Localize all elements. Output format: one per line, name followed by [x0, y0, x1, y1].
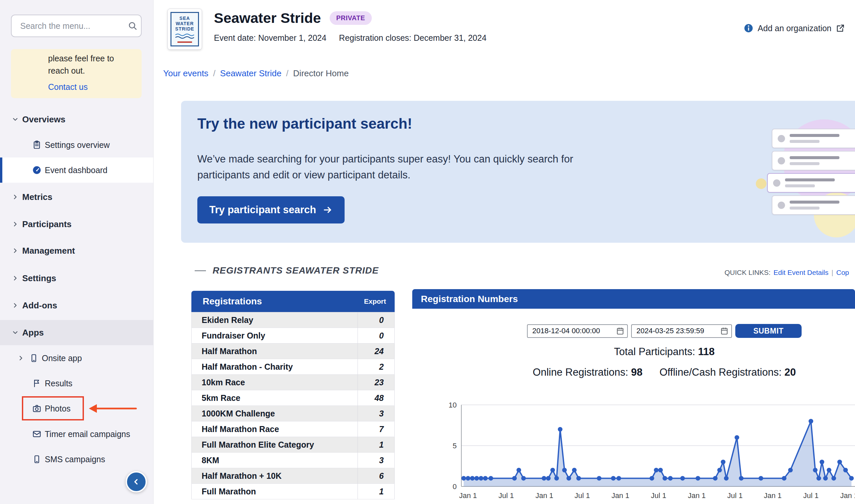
registration-label: Half Marathon Race: [192, 421, 358, 437]
cta-label: Try participant search: [209, 204, 316, 216]
sidebar-item-participants[interactable]: Participants: [0, 212, 153, 237]
dashboard-gauge-icon: [32, 165, 41, 175]
calendar-icon[interactable]: [616, 327, 624, 335]
contact-us-link[interactable]: Contact us: [48, 81, 88, 93]
event-logo-inner: SEA WATER STRIDE: [171, 12, 199, 47]
sidebar-item-settings-overview[interactable]: Settings overview: [0, 132, 153, 158]
table-row: Fundraiser Only0: [192, 328, 395, 343]
registration-label: Half Marathon + 10K: [192, 468, 358, 484]
edit-event-details-link[interactable]: Edit Event Details: [773, 269, 829, 276]
submit-button[interactable]: SUBMIT: [735, 324, 802, 338]
table-row: Half Marathon24: [192, 343, 395, 359]
copy-event-link[interactable]: Cop: [836, 269, 849, 276]
svg-text:10: 10: [449, 401, 457, 409]
svg-text:5: 5: [453, 442, 457, 450]
registration-label: Full Marathon: [192, 484, 358, 499]
breadcrumb-your-events[interactable]: Your events: [163, 68, 208, 78]
event-logo: SEA WATER STRIDE: [167, 8, 202, 50]
svg-text:Jul 1: Jul 1: [803, 491, 819, 500]
sidebar-item-event-dashboard[interactable]: Event dashboard: [0, 158, 153, 183]
sidebar-item-management[interactable]: Management: [0, 238, 153, 263]
search-icon: [128, 21, 138, 31]
svg-text:Jan 1: Jan 1: [459, 491, 477, 500]
registration-count: 2: [358, 359, 395, 375]
export-button[interactable]: Export: [364, 298, 386, 305]
envelope-icon: [32, 429, 41, 439]
search-input[interactable]: [12, 21, 128, 31]
event-meta-row: Event date: November 1, 2024 Registratio…: [214, 33, 486, 43]
chevron-right-icon: [12, 220, 19, 228]
svg-text:Jul 1: Jul 1: [498, 491, 514, 500]
chevron-right-icon: [17, 355, 24, 362]
sidebar-item-overviews[interactable]: Overviews: [0, 107, 153, 132]
info-icon: [744, 23, 753, 33]
sidebar-item-metrics[interactable]: Metrics: [0, 184, 153, 210]
sidebar-item-label: Photos: [45, 404, 71, 413]
event-title-row: Seawater Stride PRIVATE: [214, 10, 372, 26]
notice-text-line2: reach out.: [48, 65, 136, 77]
logo-text-line: SEA: [175, 16, 194, 21]
registration-label: Half Marathon - Charity: [192, 359, 358, 375]
sidebar-item-label: Event dashboard: [45, 165, 107, 175]
sidebar-item-label: Management: [22, 246, 75, 256]
date-from-input[interactable]: 2018-12-04 00:00:00: [527, 324, 628, 338]
svg-text:Jan 1: Jan 1: [611, 491, 629, 500]
calendar-icon[interactable]: [720, 327, 729, 335]
date-to-value: 2024-03-25 23:59:59: [637, 327, 704, 335]
table-row: Half Marathon Race7: [192, 421, 395, 437]
registration-count: 0: [358, 312, 395, 328]
table-row: Full Marathon1: [192, 484, 395, 499]
sidebar-item-timer-email-campaigns[interactable]: Timer email campaigns: [0, 421, 153, 447]
notice-text-line1: please feel free to: [48, 52, 136, 65]
registration-label: Ekiden Relay: [192, 312, 358, 328]
sidebar-item-onsite-app[interactable]: Onsite app: [0, 345, 153, 371]
svg-text:Jan 1: Jan 1: [764, 491, 782, 500]
sidebar-item-sms-campaigns[interactable]: SMS campaigns: [0, 447, 153, 472]
chevron-left-icon: [132, 478, 141, 486]
registration-closes-text: Registration closes: December 31, 2024: [339, 33, 486, 43]
quick-links: QUICK LINKS: Edit Event Details | Cop: [724, 269, 849, 276]
arrow-right-icon: [323, 205, 333, 215]
mobile-phone-icon: [32, 455, 41, 464]
registration-count: 1: [358, 437, 395, 453]
sidebar-item-photos[interactable]: Photos: [0, 396, 153, 421]
search-box: [11, 15, 142, 37]
section-title: REGISTRANTS SEAWATER STRIDE: [213, 265, 379, 276]
event-date-text: Event date: November 1, 2024: [214, 33, 326, 43]
svg-text:Jul 1: Jul 1: [574, 491, 590, 500]
registrants-section-heading: REGISTRANTS SEAWATER STRIDE: [195, 265, 379, 276]
sidebar-item-results[interactable]: Results: [0, 371, 153, 396]
registration-numbers-card: Registration Numbers 2018-12-04 00:00:00…: [412, 289, 855, 504]
registration-label: Fundraiser Only: [192, 328, 358, 343]
add-organization-button[interactable]: Add an organization: [744, 23, 845, 33]
registration-label: 10km Race: [192, 375, 358, 390]
date-to-input[interactable]: 2024-03-25 23:59:59: [631, 324, 732, 338]
breadcrumb: Your events / Seawater Stride / Director…: [163, 68, 349, 78]
date-range-controls: 2018-12-04 00:00:00 2024-03-25 23:59:59 …: [412, 324, 855, 338]
sidebar: please feel free to reach out. Contact u…: [0, 0, 154, 504]
registrations-title: Registrations: [203, 296, 262, 307]
registration-count: 1: [358, 484, 395, 499]
illustration-card: [767, 173, 855, 193]
total-participants: Total Participants: 118: [412, 346, 855, 358]
table-row: Full Marathon Elite Category1: [192, 437, 395, 453]
main-content: SEA WATER STRIDE Seawater Stride PRIVATE…: [153, 0, 855, 504]
sidebar-item-addons[interactable]: Add-ons: [0, 293, 153, 318]
heading-rule: [195, 270, 206, 271]
breadcrumb-event-name[interactable]: Seawater Stride: [220, 68, 282, 78]
privacy-badge: PRIVATE: [329, 11, 372, 25]
registrations-card: Registrations Export Ekiden Relay0 Fundr…: [191, 291, 395, 499]
try-participant-search-button[interactable]: Try participant search: [197, 196, 344, 223]
registration-label: 8KM: [192, 453, 358, 468]
offline-registrations-label: Offline/Cash Registrations:: [659, 366, 781, 378]
camera-icon: [32, 404, 41, 413]
registrations-table: Ekiden Relay0 Fundraiser Only0 Half Mara…: [191, 312, 395, 499]
sidebar-item-label: Settings overview: [45, 140, 110, 150]
sidebar-item-settings[interactable]: Settings: [0, 266, 153, 291]
sidebar-item-label: Metrics: [22, 192, 52, 202]
registration-numbers-title: Registration Numbers: [421, 294, 518, 304]
sidebar-item-apps[interactable]: Apps: [0, 320, 153, 345]
sidebar-collapse-button[interactable]: [126, 471, 147, 492]
registrations-line-chart: 0510Jan 1Jul 1Jan 1Jul 1Jan 1Jul 1Jan 1J…: [412, 389, 855, 504]
sidebar-item-label: SMS campaigns: [45, 455, 105, 464]
